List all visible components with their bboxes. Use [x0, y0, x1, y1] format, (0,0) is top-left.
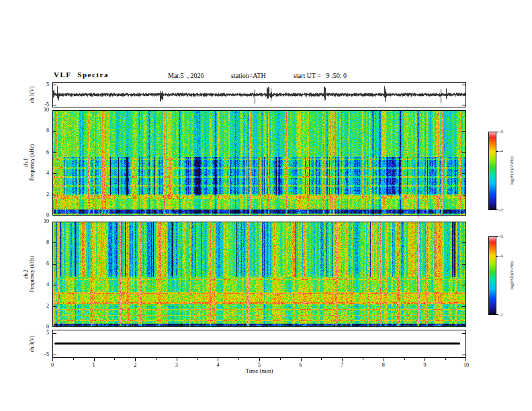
ch2_spec-ytick-label: 4 [36, 281, 49, 288]
x-tick-mark-minor [404, 358, 405, 360]
ch1_wave-ytick-label: 5 [36, 81, 49, 88]
x-tick-label: 8 [382, 362, 385, 369]
ch2_spec-ytick-mark-right [462, 285, 466, 285]
ch2-spectrogram-canvas [53, 222, 466, 326]
x-tick-mark-minor [363, 358, 363, 360]
x-tick-label: 7 [341, 362, 343, 369]
ch2_spec-ytick-mark-right [462, 264, 466, 265]
ch3_wave-ytick-label: 5 [36, 330, 49, 336]
x-tick-mark-minor [445, 358, 446, 360]
plot-station: station=ATH [231, 72, 266, 79]
ch2_spec-ytick-mark-right [462, 222, 466, 222]
ch1_wave-ytick-mark [53, 85, 56, 85]
x-tick-label: 10 [463, 362, 469, 369]
ch1_spec-ytick-mark [53, 131, 56, 132]
x-tick-label: 2 [134, 362, 136, 369]
x-tick-mark-minor [238, 358, 239, 360]
x-tick-label: 3 [175, 362, 178, 369]
colorbar-tick-label: -7 [499, 208, 503, 213]
ch3_wave-ytick-mark-right [462, 333, 466, 334]
panel-ch1-waveform [52, 82, 466, 107]
ch2-spectrogram-ylabel-line1: ch.2 [23, 256, 29, 292]
ch1_spec-ytick-mark [53, 173, 56, 174]
ch1-spectrogram-ylabel-line2: Frequency (kHz) [29, 144, 35, 181]
ch1-waveform-canvas [53, 83, 466, 107]
ch1-spectrogram-canvas [53, 111, 466, 215]
ch3_wave-ytick-label: -5 [36, 351, 49, 358]
colorbar-2 [488, 236, 496, 315]
ch1_spec-ytick-mark-right [462, 195, 466, 195]
colorbar-1 [488, 132, 496, 210]
panel-ch3-waveform [52, 330, 466, 358]
panel-ch2-spectrogram [52, 222, 466, 327]
ch1_wave-ytick-mark [53, 105, 56, 105]
colorbar-tick-mark [496, 236, 498, 237]
ch1_spec-ytick-mark-right [462, 215, 466, 216]
ch1_spec-ytick-label: 10 [36, 107, 49, 113]
x-tick-label: 6 [300, 362, 302, 369]
colorbar-tick-label: -3 [499, 129, 503, 134]
x-tick-label: 1 [93, 362, 95, 369]
ch1_spec-ytick-mark [53, 215, 56, 216]
panel-ch1-spectrogram [52, 110, 466, 216]
ch1_spec-ytick-mark [53, 195, 56, 195]
ch2_spec-ytick-mark [53, 326, 56, 327]
ch1_spec-ytick-mark [53, 110, 56, 111]
x-tick-mark [342, 358, 343, 361]
x-tick-mark [52, 358, 53, 361]
ch2_spec-ytick-label: 2 [36, 303, 49, 310]
ch2_spec-ytick-label: 6 [36, 261, 49, 267]
ch2_spec-ytick-mark [53, 285, 56, 285]
colorbar-tick-mark [496, 210, 498, 210]
ch2_spec-ytick-mark [53, 242, 56, 243]
ch2-spectrogram-ylabel-line2: Frequency (kHz) [29, 256, 35, 292]
x-tick-label: 4 [216, 362, 219, 369]
ch1_wave-ytick-mark-right [462, 105, 466, 105]
x-tick-mark [384, 358, 384, 361]
plot-date: Mar.5 , 2026 [168, 72, 204, 79]
colorbar-tick-label: -4 [499, 253, 503, 259]
ch1_spec-ytick-label: 2 [36, 191, 49, 198]
ch2_spec-ytick-mark [53, 306, 56, 307]
ch2_spec-ytick-mark-right [462, 242, 466, 243]
x-tick-mark-minor [280, 358, 281, 360]
ch1_spec-ytick-label: 8 [36, 128, 49, 134]
ch1_spec-ytick-mark-right [462, 173, 466, 174]
x-tick-mark-minor [73, 358, 74, 360]
ch1-spectrogram-ylabel: ch.1 Frequency (kHz) [23, 144, 35, 181]
colorbar-tick-mark [496, 151, 498, 152]
ch2_spec-ytick-mark [53, 222, 56, 222]
ch1-spectrogram-ylabel-line1: ch.1 [23, 144, 29, 181]
ch1_spec-ytick-label: 4 [36, 170, 49, 177]
x-tick-mark [94, 358, 95, 361]
x-tick-mark-minor [321, 358, 322, 360]
x-tick-mark [259, 358, 260, 361]
colorbar-tick-label: -4 [499, 148, 503, 154]
ch3-waveform-ylabel: ch.3(V) [29, 336, 35, 353]
colorbar-2-label: log(PSD)(V²/Hz) [510, 261, 514, 289]
colorbar-1-label: log(PSD)(V²/Hz) [510, 156, 514, 184]
ch1_spec-ytick-mark-right [462, 152, 466, 153]
x-tick-mark-minor [114, 358, 115, 360]
ch2_spec-ytick-label: 8 [36, 239, 49, 246]
x-tick-label: 5 [258, 362, 261, 369]
colorbar-tick-mark [496, 132, 498, 132]
ch2_spec-ytick-label: 10 [36, 218, 49, 225]
x-tick-mark [218, 358, 218, 361]
x-tick-mark [466, 358, 466, 361]
x-tick-mark-minor [156, 358, 157, 360]
colorbar-tick-mark [496, 256, 498, 257]
x-tick-label: 9 [423, 362, 426, 369]
ch3_wave-ytick-mark [53, 355, 56, 355]
colorbar-tick-mark [496, 314, 498, 315]
ch1_spec-ytick-mark-right [462, 131, 466, 132]
x-tick-label: 0 [51, 362, 54, 369]
ch1_spec-ytick-mark [53, 152, 56, 153]
x-tick-mark [301, 358, 302, 361]
ch3_wave-ytick-mark [53, 333, 56, 334]
ch1-waveform-ylabel: ch.1(V) [29, 87, 35, 103]
x-tick-mark [177, 358, 177, 361]
ch2-spectrogram-ylabel: ch.2 Frequency (kHz) [23, 256, 35, 292]
ch1_spec-ytick-label: 6 [36, 149, 49, 156]
x-tick-mark [135, 358, 136, 361]
